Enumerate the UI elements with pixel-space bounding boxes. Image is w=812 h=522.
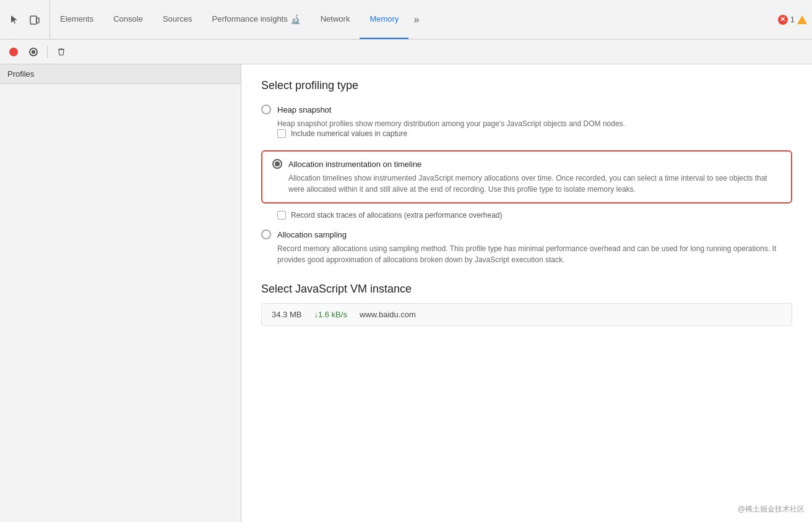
error-warning-badge: ✕ 1 [773,15,812,25]
heap-snapshot-checkbox-row: Include numerical values in capture [277,129,792,138]
tab-elements[interactable]: Elements [50,0,103,39]
record-stack-traces-label: Record stack traces of allocations (extr… [291,211,503,220]
clear-button[interactable] [53,43,70,61]
svg-rect-1 [37,18,39,23]
stop-button[interactable] [25,43,42,61]
record-stack-traces-checkbox[interactable] [277,211,286,220]
record-icon [9,48,18,56]
tab-memory[interactable]: Memory [360,0,408,39]
heap-snapshot-option: Heap snapshot Heap snapshot profiles sho… [261,105,792,138]
stop-icon [29,48,38,56]
allocation-timeline-desc: Allocation timelines show instrumented J… [288,173,781,195]
main-layout: Profiles Select profiling type Heap snap… [0,64,812,522]
include-numerical-checkbox[interactable] [277,129,286,138]
tabs-container: Elements Console Sources Performance ins… [50,0,768,39]
tab-sources[interactable]: Sources [153,0,202,39]
allocation-sampling-label: Allocation sampling [277,230,347,239]
trash-icon [56,47,66,57]
record-stack-traces-row: Record stack traces of allocations (extr… [277,211,792,220]
tab-performance[interactable]: Performance insights 🔬 [202,0,311,39]
error-x: ✕ [780,15,785,24]
warning-triangle-icon [797,15,807,24]
allocation-sampling-radio[interactable] [261,229,271,239]
vm-speed: ↓1.6 kB/s [314,310,347,319]
vm-section-title: Select JavaScript VM instance [261,283,792,296]
allocation-sampling-desc: Record memory allocations using sampling… [277,243,792,265]
heap-snapshot-desc: Heap snapshot profiles show memory distr… [277,118,792,129]
performance-icon: 🔬 [290,14,301,24]
heap-snapshot-header: Heap snapshot [261,105,792,114]
vm-instance-row[interactable]: 34.3 MB ↓1.6 kB/s www.baidu.com [261,303,792,326]
include-numerical-label: Include numerical values in capture [291,129,407,138]
profiles-label: Profiles [0,64,241,84]
error-icon: ✕ [778,15,788,25]
heap-snapshot-label: Heap snapshot [277,105,331,114]
allocation-sampling-header: Allocation sampling [261,229,792,239]
allocation-timeline-radio[interactable] [272,159,282,169]
vm-memory: 34.3 MB [272,310,301,319]
sidebar: Profiles [0,64,241,522]
content-area: Select profiling type Heap snapshot Heap… [241,64,812,522]
toolbar-divider [47,46,48,58]
allocation-timeline-label: Allocation instrumentation on timeline [288,160,421,169]
devtools-toolbar: Elements Console Sources Performance ins… [0,0,812,40]
record-button[interactable] [5,43,22,61]
cursor-icon[interactable] [7,12,22,27]
select-profiling-title: Select profiling type [261,79,792,92]
tab-console[interactable]: Console [103,0,153,39]
allocation-sampling-option: Allocation sampling Record memory alloca… [261,229,792,265]
error-count: 1 [790,15,795,24]
allocation-timeline-header: Allocation instrumentation on timeline [272,159,781,169]
heap-snapshot-radio[interactable] [261,105,271,114]
svg-rect-0 [30,16,37,24]
tab-more-button[interactable]: » [408,0,424,39]
tab-network[interactable]: Network [311,0,360,39]
toolbar-icons [0,0,50,39]
allocation-timeline-option: Allocation instrumentation on timeline A… [261,150,792,203]
device-icon[interactable] [27,12,42,27]
action-toolbar [0,40,812,64]
vm-url: www.baidu.com [360,310,416,319]
watermark: @稀土掘金技术社区 [738,504,805,515]
